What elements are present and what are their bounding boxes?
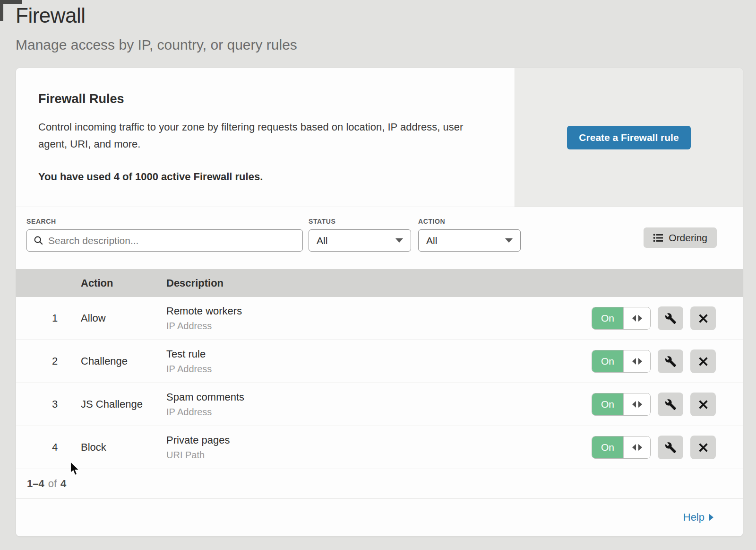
- overview-text-panel: Firewall Rules Control incoming traffic …: [16, 68, 515, 207]
- table-row: 4 Block Private pages URI Path On: [16, 426, 743, 469]
- pagination-range: 1–4: [27, 478, 44, 490]
- delete-rule-button[interactable]: [690, 393, 716, 416]
- edit-rule-button[interactable]: [658, 349, 683, 373]
- chevron-down-icon: [505, 238, 513, 243]
- page-subtitle: Manage access by IP, country, or query r…: [16, 37, 297, 53]
- toggle-on-label: On: [592, 350, 623, 372]
- status-label: STATUS: [309, 218, 411, 225]
- rule-match-type: IP Address: [166, 407, 592, 418]
- toggle-handle[interactable]: [623, 393, 650, 415]
- action-filter-group: ACTION All: [418, 218, 521, 252]
- rule-description: Private pages: [166, 434, 592, 446]
- search-input-wrap: [26, 229, 303, 252]
- ordering-button-label: Ordering: [669, 232, 707, 244]
- arrow-right-icon: [638, 401, 642, 408]
- rule-controls: On: [592, 349, 743, 373]
- window-edge-artifact: [0, 0, 3, 21]
- create-firewall-rule-button[interactable]: Create a Firewall rule: [567, 126, 690, 149]
- status-filter-group: STATUS All: [309, 218, 411, 252]
- rule-description: Spam comments: [166, 391, 592, 403]
- firewall-rules-card: Firewall Rules Control incoming traffic …: [16, 68, 743, 537]
- edit-rule-button[interactable]: [658, 306, 683, 330]
- toggle-on-label: On: [592, 307, 623, 329]
- rule-action: JS Challenge: [81, 398, 166, 410]
- rule-description-cell: Spam comments IP Address: [166, 391, 592, 418]
- rule-priority: 4: [16, 441, 81, 454]
- rule-description-cell: Test rule IP Address: [166, 348, 592, 375]
- pagination-total: 4: [60, 478, 66, 490]
- rule-action: Block: [81, 441, 166, 454]
- wrench-icon: [665, 442, 677, 454]
- rule-controls: On: [592, 436, 743, 459]
- delete-rule-button[interactable]: [690, 306, 716, 330]
- ordering-button[interactable]: Ordering: [644, 227, 717, 248]
- rule-enabled-toggle[interactable]: On: [592, 350, 651, 373]
- arrow-left-icon: [632, 358, 636, 365]
- delete-rule-button[interactable]: [690, 349, 716, 373]
- action-selected-value: All: [426, 235, 437, 246]
- filter-bar: SEARCH STATUS All ACTION: [16, 207, 743, 269]
- arrow-left-icon: [632, 401, 636, 408]
- wrench-icon: [665, 399, 677, 410]
- arrow-right-icon: [638, 315, 642, 322]
- toggle-handle[interactable]: [623, 437, 650, 458]
- search-icon: [34, 236, 43, 245]
- wrench-icon: [665, 313, 677, 324]
- create-rule-panel: Create a Firewall rule: [515, 68, 743, 207]
- rule-match-type: URI Path: [166, 450, 592, 461]
- rule-enabled-toggle[interactable]: On: [592, 436, 651, 459]
- action-select[interactable]: All: [418, 229, 521, 252]
- rule-priority: 1: [16, 312, 81, 324]
- rule-description: Remote workers: [166, 305, 592, 317]
- wrench-icon: [665, 356, 677, 367]
- rule-priority: 3: [16, 398, 81, 410]
- rule-enabled-toggle[interactable]: On: [592, 307, 651, 330]
- rule-match-type: IP Address: [166, 321, 592, 332]
- rule-priority: 2: [16, 355, 81, 367]
- toggle-on-label: On: [592, 393, 623, 415]
- rule-match-type: IP Address: [166, 364, 592, 375]
- help-arrow-icon: [709, 514, 713, 521]
- arrow-right-icon: [638, 358, 642, 365]
- help-row: Help: [16, 499, 743, 536]
- edit-rule-button[interactable]: [658, 436, 683, 459]
- close-icon: [698, 400, 708, 410]
- arrow-right-icon: [638, 444, 642, 451]
- chevron-down-icon: [395, 238, 403, 243]
- arrow-left-icon: [632, 315, 636, 322]
- search-input[interactable]: [48, 235, 296, 246]
- help-link[interactable]: Help: [683, 511, 713, 524]
- pagination: 1–4 of 4: [16, 469, 743, 499]
- pagination-of: of: [48, 478, 57, 490]
- table-row: 3 JS Challenge Spam comments IP Address …: [16, 383, 743, 426]
- toggle-handle[interactable]: [623, 307, 650, 329]
- close-icon: [698, 314, 708, 323]
- action-label: ACTION: [418, 218, 521, 225]
- overview-heading: Firewall Rules: [38, 92, 492, 106]
- firewall-page: Firewall Manage access by IP, country, o…: [0, 0, 756, 550]
- usage-summary: You have used 4 of 1000 active Firewall …: [38, 171, 492, 183]
- ordering-list-icon: [653, 233, 663, 243]
- rule-enabled-toggle[interactable]: On: [592, 393, 651, 416]
- close-icon: [698, 443, 708, 453]
- table-row: 1 Allow Remote workers IP Address On: [16, 297, 743, 340]
- rule-action: Challenge: [81, 355, 166, 367]
- arrow-left-icon: [632, 444, 636, 451]
- edit-rule-button[interactable]: [658, 393, 683, 416]
- description-column-header: Description: [166, 277, 743, 289]
- table-header: Action Description: [16, 269, 743, 297]
- toggle-on-label: On: [592, 437, 623, 458]
- status-select[interactable]: All: [309, 229, 411, 252]
- search-filter-group: SEARCH: [26, 218, 303, 252]
- rule-action: Allow: [81, 312, 166, 324]
- table-row: 2 Challenge Test rule IP Address On: [16, 340, 743, 383]
- rule-description-cell: Private pages URI Path: [166, 434, 592, 461]
- page-title: Firewall: [16, 4, 86, 27]
- delete-rule-button[interactable]: [690, 436, 716, 459]
- help-label: Help: [683, 511, 704, 524]
- overview-section: Firewall Rules Control incoming traffic …: [16, 68, 743, 207]
- overview-description: Control incoming traffic to your zone by…: [38, 119, 487, 153]
- rule-controls: On: [592, 393, 743, 416]
- close-icon: [698, 357, 708, 367]
- toggle-handle[interactable]: [623, 350, 650, 372]
